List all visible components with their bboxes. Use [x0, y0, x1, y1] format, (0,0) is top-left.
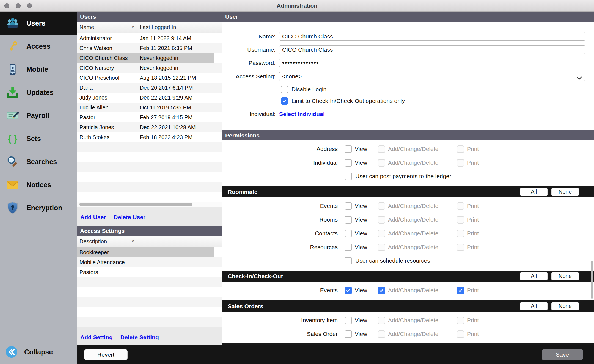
individual-view-checkbox[interactable] [345, 159, 352, 167]
cell [77, 277, 137, 287]
zoom-window-button[interactable] [27, 3, 32, 8]
sidebar-item-mobile[interactable]: Mobile [0, 58, 77, 81]
sidebar-item-encryption[interactable]: Encryption [0, 196, 77, 219]
empty-row[interactable] [77, 317, 222, 327]
roommate-none-button[interactable]: None [551, 188, 579, 196]
check-in-check-out-none-button[interactable]: None [551, 272, 579, 280]
sales-orders-none-button[interactable]: None [551, 302, 579, 310]
user-row[interactable]: Lucille AllenOct 11 2019 5:35 PM [77, 103, 222, 112]
empty-row[interactable] [77, 277, 222, 287]
empty-row[interactable] [77, 287, 222, 297]
sidebar-item-sets[interactable]: { }Sets [0, 127, 77, 150]
save-button[interactable]: Save [542, 349, 583, 360]
access-setting-select[interactable]: <none> [279, 72, 585, 81]
roommate-all-button[interactable]: All [520, 188, 548, 196]
empty-row[interactable] [77, 152, 222, 162]
sidebar-item-users[interactable]: Users [0, 12, 77, 35]
add-user-link[interactable]: Add User [80, 214, 106, 226]
user-row[interactable]: Judy JonesDec 22 2021 9:29 AM [77, 93, 222, 103]
inventory-item-acd-group: Add/Change/Delete [378, 317, 453, 324]
address-print-checkbox[interactable] [457, 145, 464, 153]
user-can-schedule-resources-checkbox[interactable] [345, 257, 352, 264]
cell-filler [214, 152, 222, 162]
resources-print-checkbox[interactable] [457, 244, 464, 251]
column-label: Name [79, 24, 94, 31]
events-print-checkbox[interactable] [457, 287, 464, 294]
rooms-acd-checkbox[interactable] [378, 216, 385, 224]
revert-button[interactable]: Revert [84, 349, 128, 360]
limit-cico-checkbox[interactable] [281, 97, 288, 105]
sidebar-item-payroll[interactable]: Payroll [0, 104, 77, 127]
users-column-header-last-logged-in[interactable]: Last Logged In [137, 22, 214, 33]
empty-row[interactable] [77, 142, 222, 152]
inventory-item-view-checkbox[interactable] [345, 317, 352, 324]
users-column-header-name[interactable]: Name ^ [77, 22, 137, 33]
individual-print-checkbox[interactable] [457, 159, 464, 167]
delete-user-link[interactable]: Delete User [114, 214, 145, 226]
sales-orders-all-button[interactable]: All [520, 302, 548, 310]
access-setting-row[interactable]: Mobile Attendance [77, 257, 222, 267]
contacts-acd-checkbox[interactable] [378, 230, 385, 237]
users-horizontal-scrollbar[interactable] [77, 202, 222, 207]
vertical-scrollbar-thumb[interactable] [591, 261, 593, 299]
inventory-item-acd-checkbox[interactable] [378, 317, 385, 324]
user-row[interactable]: AdministratorJan 11 2022 9:14 AM [77, 33, 222, 43]
address-view-checkbox[interactable] [345, 145, 352, 153]
individual-acd-checkbox[interactable] [378, 159, 385, 167]
user-row[interactable]: DanaDec 20 2017 6:14 PM [77, 83, 222, 93]
delete-setting-link[interactable]: Delete Setting [120, 334, 159, 345]
access-setting-row[interactable]: Pastors [77, 267, 222, 277]
sidebar-item-notices[interactable]: Notices [0, 173, 77, 196]
access-setting-row[interactable]: Bookkeeper [77, 247, 222, 257]
resources-acd-checkbox[interactable] [378, 244, 385, 251]
empty-row[interactable] [77, 162, 222, 172]
events-print-checkbox[interactable] [457, 202, 464, 210]
user-can-post-payments-to-the-ledger-checkbox[interactable] [345, 173, 352, 180]
user-row[interactable]: Patricia JonesDec 22 2021 10:28 AM [77, 122, 222, 132]
events-acd-checkbox[interactable] [378, 287, 385, 294]
sidebar-collapse-button[interactable]: Collapse [0, 340, 77, 364]
close-window-button[interactable] [4, 3, 9, 8]
resources-view-checkbox[interactable] [345, 244, 352, 251]
print-label: Print [467, 159, 479, 166]
empty-row[interactable] [77, 297, 222, 307]
password-input[interactable]: •••••••••••••• [279, 59, 585, 67]
user-row[interactable]: Chris WatsonFeb 11 2021 6:35 PM [77, 43, 222, 53]
events-acd-checkbox[interactable] [378, 202, 385, 210]
sidebar-item-updates[interactable]: Updates [0, 81, 77, 104]
empty-row[interactable] [77, 172, 222, 182]
address-acd-checkbox[interactable] [378, 145, 385, 153]
user-row[interactable]: PastorFeb 27 2019 4:15 PM [77, 112, 222, 122]
user-row[interactable]: Ruth StokesFeb 18 2022 4:23 PM [77, 132, 222, 142]
inventory-item-print-checkbox[interactable] [457, 317, 464, 324]
user-row[interactable]: CICO Church ClassNever logged in [77, 53, 222, 63]
username-input[interactable]: CICO Church Class [279, 45, 585, 54]
empty-row[interactable] [77, 182, 222, 192]
add-setting-link[interactable]: Add Setting [80, 334, 113, 345]
check-in-check-out-all-button[interactable]: All [520, 272, 548, 280]
select-individual-link[interactable]: Select Individual [279, 111, 325, 117]
permissions-body: AddressViewAdd/Change/DeletePrintIndivid… [222, 140, 594, 341]
empty-row[interactable] [77, 307, 222, 317]
disable-login-checkbox[interactable] [281, 86, 288, 93]
contacts-view-checkbox[interactable] [345, 230, 352, 237]
events-view-group: View [345, 202, 373, 210]
access-setting-row: Access Setting: <none> [222, 72, 594, 81]
sidebar-item-searches[interactable]: Searches [0, 150, 77, 173]
sidebar-item-access[interactable]: Access [0, 35, 77, 58]
name-input[interactable]: CICO Church Class [279, 32, 585, 41]
user-row[interactable]: CICO PreschoolAug 18 2015 12:21 PM [77, 73, 222, 83]
sales-order-view-checkbox[interactable] [345, 330, 352, 338]
sales-order-acd-checkbox[interactable] [378, 330, 385, 338]
access-column-header-description[interactable]: Description ^ [77, 236, 137, 247]
sales-order-print-checkbox[interactable] [457, 330, 464, 338]
rooms-print-checkbox[interactable] [457, 216, 464, 224]
contacts-print-checkbox[interactable] [457, 230, 464, 237]
events-view-checkbox[interactable] [345, 202, 352, 210]
empty-row[interactable] [77, 192, 222, 202]
rooms-view-checkbox[interactable] [345, 216, 352, 224]
scrollbar-thumb[interactable] [79, 203, 193, 206]
user-row[interactable]: CICO NurseryNever logged in [77, 63, 222, 73]
minimize-window-button[interactable] [16, 3, 21, 8]
events-view-checkbox[interactable] [345, 287, 352, 294]
